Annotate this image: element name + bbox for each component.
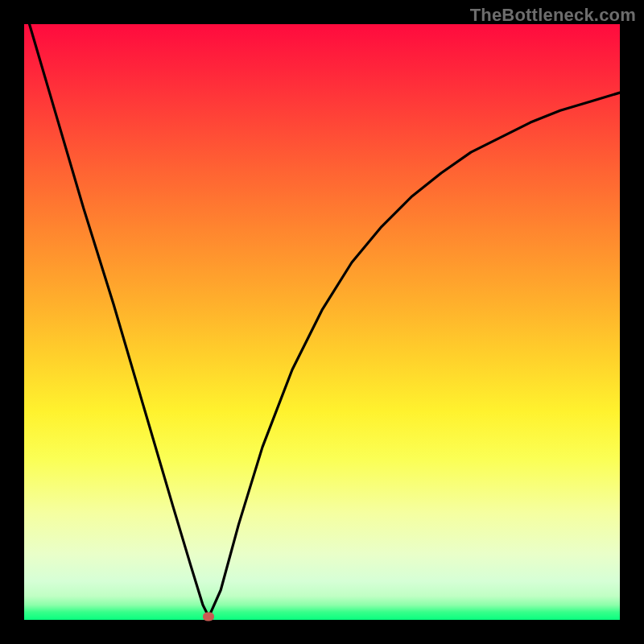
minimum-marker (203, 613, 214, 621)
curve-svg (24, 24, 620, 620)
watermark-text: TheBottleneck.com (470, 5, 636, 26)
chart-frame: TheBottleneck.com (0, 0, 644, 644)
plot-area (24, 24, 620, 620)
bottleneck-curve (24, 6, 620, 617)
